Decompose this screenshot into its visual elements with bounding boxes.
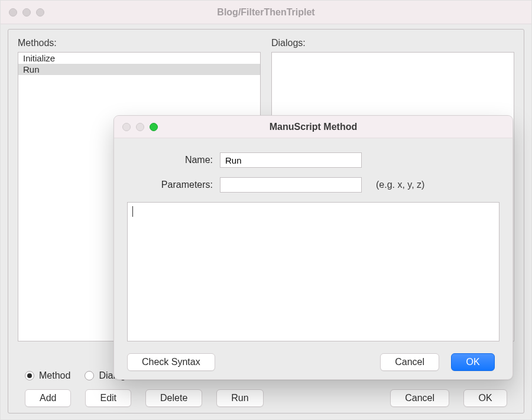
check-syntax-button[interactable]: Check Syntax — [127, 353, 215, 371]
dialogs-label: Dialogs: — [271, 38, 514, 48]
radio-icon — [25, 371, 34, 380]
list-item[interactable]: Run — [18, 64, 260, 75]
name-input[interactable] — [220, 152, 362, 168]
edit-button[interactable]: Edit — [85, 389, 131, 407]
parent-titlebar: Blog/FilterThenTriplet — [1, 1, 531, 24]
radio-row: Method Dialog — [25, 370, 126, 381]
close-icon[interactable] — [9, 8, 17, 17]
radio-method-label: Method — [39, 370, 70, 381]
name-label: Name: — [134, 155, 220, 165]
parameters-label: Parameters: — [134, 180, 220, 190]
dialog-ok-button[interactable]: OK — [451, 353, 495, 371]
methods-label: Methods: — [18, 38, 261, 48]
radio-method[interactable]: Method — [25, 370, 70, 381]
run-button[interactable]: Run — [216, 389, 263, 407]
cancel-button[interactable]: Cancel — [390, 389, 449, 407]
dialog-cancel-button[interactable]: Cancel — [380, 353, 439, 371]
minimize-icon[interactable] — [136, 123, 144, 131]
method-dialog: ManuScript Method Name: Parameters: (e.g… — [113, 115, 513, 380]
minimize-icon[interactable] — [22, 8, 31, 17]
dialog-title: ManuScript Method — [114, 122, 512, 132]
method-body-textarea[interactable] — [127, 202, 499, 341]
dialog-traffic-lights — [114, 123, 158, 131]
ok-button[interactable]: OK — [463, 389, 507, 407]
parent-button-row: Add Edit Delete Run Cancel OK — [25, 389, 507, 407]
zoom-icon[interactable] — [36, 8, 44, 17]
close-icon[interactable] — [122, 123, 131, 131]
list-item[interactable]: Initialize — [18, 53, 260, 64]
parameters-input[interactable] — [220, 177, 362, 193]
parent-traffic-lights — [1, 8, 44, 17]
dialog-titlebar: ManuScript Method — [114, 116, 512, 138]
radio-icon — [85, 371, 94, 380]
delete-button[interactable]: Delete — [145, 389, 202, 407]
text-caret-icon — [132, 206, 133, 217]
parameters-hint: (e.g. x, y, z) — [376, 180, 424, 190]
add-button[interactable]: Add — [25, 389, 71, 407]
dialog-button-row: Check Syntax Cancel OK — [127, 353, 495, 371]
parent-window-title: Blog/FilterThenTriplet — [1, 7, 531, 18]
zoom-icon[interactable] — [150, 123, 158, 131]
